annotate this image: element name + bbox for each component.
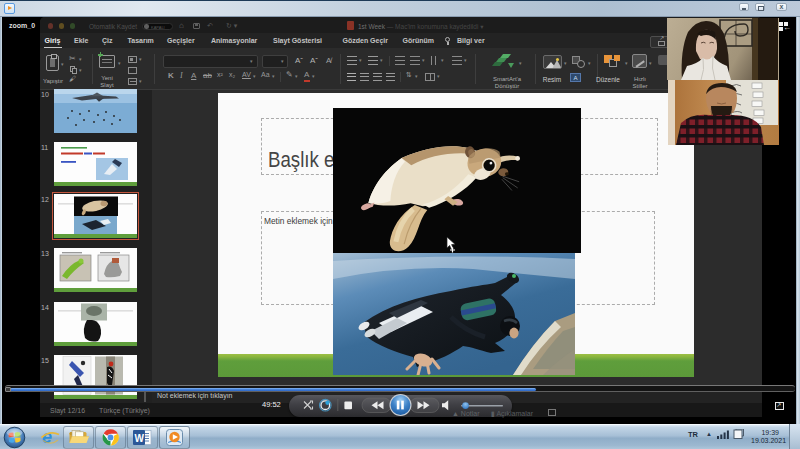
svg-text:W: W xyxy=(135,432,145,443)
